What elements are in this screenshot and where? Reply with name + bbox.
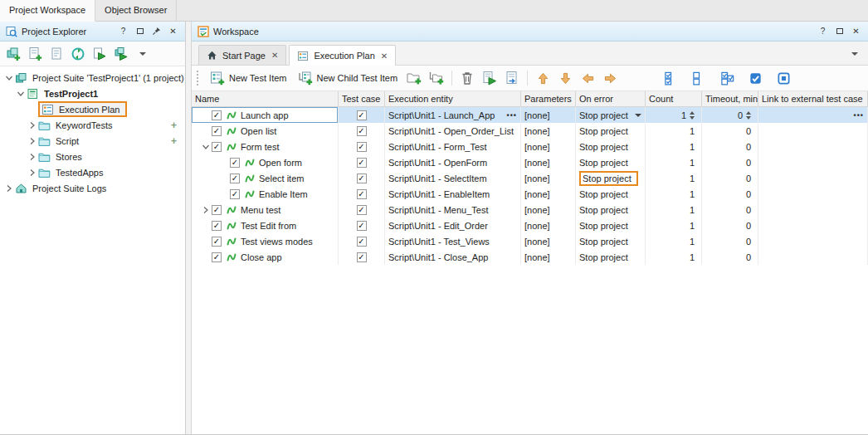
enable-item-checkbox[interactable]: ✓	[212, 205, 222, 215]
organize-tests-button[interactable]	[68, 44, 88, 64]
enable-item-checkbox[interactable]: ✓	[212, 126, 222, 136]
column-header-count[interactable]: Count	[646, 91, 702, 106]
chevron-collapsed-icon[interactable]	[27, 121, 38, 130]
test-case-checkbox[interactable]: ✓	[357, 174, 367, 183]
column-header-parameters[interactable]: Parameters	[521, 91, 576, 106]
tree-item-stores[interactable]: Stores	[0, 149, 185, 164]
spin-up-icon[interactable]	[690, 111, 695, 115]
enable-item-checkbox[interactable]: ✓	[230, 189, 240, 199]
close-tab-icon[interactable]: ✕	[271, 51, 278, 60]
toggle-check-items-button[interactable]	[717, 68, 737, 88]
spin-down-icon[interactable]	[746, 116, 751, 120]
ellipsis-button[interactable]: •••	[504, 111, 517, 120]
new-test-item-button[interactable]: New Test Item	[206, 69, 291, 87]
test-case-checkbox[interactable]: ✓	[357, 205, 367, 215]
test-item-row-open-form[interactable]: ✓Open form✓Script\Unit1 - OpenForm[none]…	[192, 154, 868, 170]
test-case-checkbox[interactable]: ✓	[357, 158, 367, 168]
spinner-control[interactable]	[746, 111, 751, 120]
column-header-link-to-external-test-case[interactable]: Link to external test case	[758, 91, 868, 106]
test-case-checkbox[interactable]: ✓	[357, 126, 367, 136]
uncheck-selected-item-button[interactable]	[773, 68, 793, 88]
tab-start-page[interactable]: Start Page ✕	[198, 45, 286, 65]
test-item-row-open-list[interactable]: ✓Open list✓Script\Unit1 - Open_Order_Lis…	[192, 123, 868, 139]
close-button[interactable]: ✕	[167, 25, 179, 37]
pin-button[interactable]	[150, 25, 163, 37]
test-case-checkbox[interactable]: ✓	[357, 252, 367, 262]
tree-item-keywordtests[interactable]: KeywordTests+	[0, 117, 185, 133]
chevron-collapsed-icon[interactable]	[3, 184, 15, 193]
close-button[interactable]: ✕	[850, 25, 862, 37]
close-tab-icon[interactable]: ✕	[381, 51, 388, 61]
test-item-row-enable-item[interactable]: ✓Enable Item✓Script\Unit1 - EnableItem[n…	[192, 186, 868, 202]
new-group-button[interactable]	[404, 68, 424, 88]
on-error-dropdown-icon[interactable]	[635, 114, 641, 117]
run-project-button[interactable]	[90, 44, 110, 64]
help-button[interactable]: ?	[117, 25, 129, 37]
show-log-button[interactable]	[502, 68, 522, 88]
maximize-button[interactable]	[833, 25, 846, 37]
toolbar-more-dropdown-button[interactable]	[133, 44, 153, 64]
tab-project-workspace[interactable]: Project Workspace	[0, 0, 95, 22]
tab-list-dropdown-icon[interactable]	[851, 52, 858, 56]
chevron-collapsed-icon[interactable]	[27, 169, 38, 177]
maximize-button[interactable]	[134, 25, 146, 37]
column-header-timeout-min[interactable]: Timeout, min	[702, 91, 758, 106]
chevron-expanded-icon[interactable]	[15, 90, 27, 97]
chevron-collapsed-icon[interactable]	[27, 137, 38, 145]
enable-item-checkbox[interactable]: ✓	[212, 221, 222, 231]
test-item-row-menu-test[interactable]: ✓Menu test✓Script\Unit1 - Menu_Test[none…	[192, 202, 868, 218]
test-case-checkbox[interactable]: ✓	[357, 221, 367, 231]
ellipsis-button[interactable]: •••	[851, 111, 864, 120]
column-header-test-case[interactable]: Test case	[339, 91, 385, 106]
tab-execution-plan[interactable]: Execution Plan ✕	[289, 45, 396, 66]
chevron-expanded-icon[interactable]	[3, 75, 15, 81]
test-case-checkbox[interactable]: ✓	[357, 142, 367, 152]
enable-item-checkbox[interactable]: ✓	[212, 110, 222, 120]
help-button[interactable]: ?	[817, 25, 829, 37]
add-new-project-button[interactable]	[3, 44, 23, 64]
enable-item-checkbox[interactable]: ✓	[230, 158, 240, 168]
add-existing-item-button[interactable]	[46, 44, 66, 64]
add-new-item-button[interactable]	[25, 44, 45, 64]
tree-item-testproject1[interactable]: TestProject1	[0, 86, 185, 101]
test-item-row-form-test[interactable]: ✓Form test✓Script\Unit1 - Form_Test[none…	[192, 139, 868, 154]
chevron-collapsed-icon[interactable]	[27, 153, 38, 161]
tree-item-project-suite-logs[interactable]: Project Suite Logs	[0, 180, 185, 196]
add-child-item-button[interactable]: +	[171, 120, 185, 131]
column-header-name[interactable]: Name	[192, 91, 339, 106]
tab-object-browser[interactable]: Object Browser	[95, 0, 177, 21]
check-all-items-button[interactable]	[661, 68, 680, 88]
tree-item-script[interactable]: Script+	[0, 133, 185, 149]
test-item-row-test-edit-from[interactable]: ✓Test Edit from✓Script\Unit1 - Edit_Orde…	[192, 218, 868, 233]
test-item-row-launch-app[interactable]: ✓Launch app✓Script\Unit1 - Launch_App•••…	[192, 107, 868, 123]
delete-test-item-button[interactable]	[457, 68, 477, 88]
test-item-row-close-app[interactable]: ✓Close app✓Script\Unit1 - Close_App[none…	[192, 249, 868, 265]
uncheck-all-items-button[interactable]	[689, 68, 709, 88]
run-selected-item-button[interactable]	[480, 68, 500, 88]
spin-down-icon[interactable]	[690, 116, 695, 120]
tree-item-execution-plan[interactable]: Execution Plan	[0, 101, 185, 117]
enable-item-checkbox[interactable]: ✓	[212, 252, 222, 262]
enable-item-checkbox[interactable]: ✓	[212, 142, 222, 152]
test-case-checkbox[interactable]: ✓	[357, 110, 367, 120]
column-header-on-error[interactable]: On error	[576, 91, 646, 106]
move-left-button[interactable]	[578, 68, 597, 88]
move-up-button[interactable]	[533, 68, 553, 88]
panel-splitter[interactable]	[186, 22, 192, 435]
test-case-checkbox[interactable]: ✓	[357, 237, 367, 247]
new-child-group-button[interactable]	[427, 68, 446, 88]
move-right-button[interactable]	[600, 68, 620, 88]
enable-item-checkbox[interactable]: ✓	[230, 174, 240, 183]
tree-item-project-suite-testproject1-1-project[interactable]: Project Suite 'TestProject1' (1 project)	[0, 70, 185, 86]
new-child-test-item-button[interactable]: New Child Test Item	[294, 69, 402, 87]
run-project-suite-button[interactable]	[111, 44, 131, 64]
spin-up-icon[interactable]	[746, 111, 751, 115]
test-item-row-test-views-modes[interactable]: ✓Test views modes✓Script\Unit1 - Test_Vi…	[192, 233, 868, 249]
chevron-expanded-icon[interactable]	[200, 144, 212, 150]
toolbar-grip[interactable]	[197, 71, 200, 86]
enable-item-checkbox[interactable]: ✓	[212, 237, 222, 247]
check-selected-item-button[interactable]	[745, 68, 765, 88]
column-header-execution-entity[interactable]: Execution entity	[385, 91, 521, 106]
add-child-item-button[interactable]: +	[171, 135, 185, 147]
spinner-control[interactable]	[690, 111, 695, 120]
